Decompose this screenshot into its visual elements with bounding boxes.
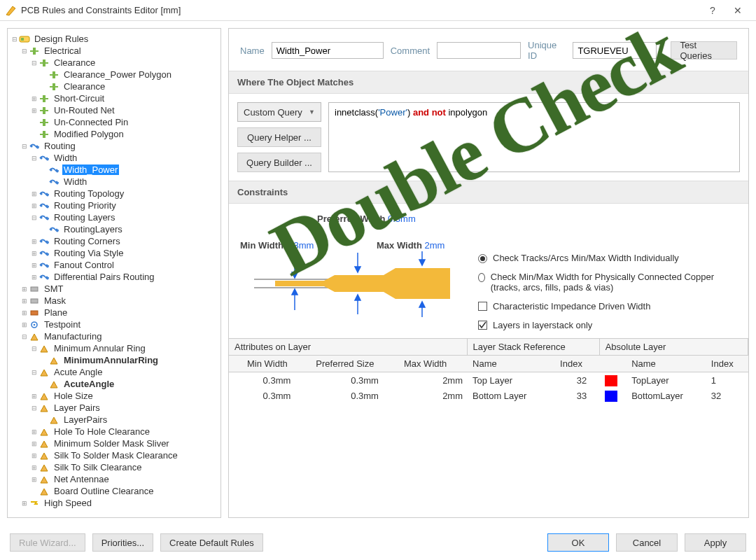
tree-item[interactable]: MinimumAnnularRing bbox=[10, 354, 220, 366]
query-builder-button[interactable]: Query Builder ... bbox=[237, 153, 321, 172]
cancel-button[interactable]: Cancel bbox=[616, 533, 678, 552]
tree-item[interactable]: ⊞Short-Circuit bbox=[10, 92, 220, 104]
tree-item[interactable]: Board Outline Clearance bbox=[10, 485, 220, 497]
help-button[interactable]: ? bbox=[700, 5, 725, 16]
tree-item[interactable]: RoutingLayers bbox=[10, 223, 220, 235]
expand-icon[interactable]: ⊟ bbox=[30, 155, 38, 162]
tree-item[interactable]: ⊟Routing Layers bbox=[10, 211, 220, 223]
tree-item[interactable]: ⊟Routing bbox=[10, 140, 220, 152]
query-input[interactable]: innetclass('Power') and not inpolygon bbox=[328, 102, 740, 172]
expand-icon[interactable]: ⊞ bbox=[30, 202, 38, 209]
expand-icon[interactable]: ⊟ bbox=[30, 345, 38, 352]
expand-icon[interactable]: ⊟ bbox=[20, 143, 29, 150]
expand-icon[interactable]: ⊞ bbox=[30, 95, 38, 102]
rule-wizard-button[interactable]: Rule Wizard... bbox=[10, 533, 85, 552]
expand-icon[interactable]: ⊞ bbox=[20, 298, 29, 304]
tree-item[interactable]: ⊞Routing Priority bbox=[10, 200, 220, 211]
check-individually-radio[interactable]: Check Tracks/Arcs Min/Max Width Individu… bbox=[478, 253, 737, 263]
rules-tree[interactable]: ⊟Design Rules⊟Electrical⊟ClearanceCleara… bbox=[7, 28, 221, 518]
expand-icon[interactable]: ⊞ bbox=[30, 464, 38, 471]
create-default-rules-button[interactable]: Create Default Rules bbox=[160, 533, 263, 552]
layer-table[interactable]: Attributes on Layer Layer Stack Referenc… bbox=[229, 338, 748, 404]
svg-rect-12 bbox=[40, 98, 48, 99]
scope-dropdown[interactable]: Custom Query ▼ bbox=[237, 102, 321, 122]
tree-item[interactable]: ⊟Clearance bbox=[10, 57, 220, 69]
expand-icon[interactable]: ⊞ bbox=[30, 250, 38, 257]
expand-icon[interactable]: ⊞ bbox=[30, 274, 38, 281]
check-connected-copper-radio[interactable]: Check Min/Max Width for Physically Conne… bbox=[478, 272, 737, 293]
tree-item[interactable]: Width bbox=[10, 176, 220, 188]
expand-icon[interactable]: ⊞ bbox=[30, 440, 38, 447]
tree-item[interactable]: ⊟Width bbox=[10, 152, 220, 164]
tree-item[interactable]: ⊞Differential Pairs Routing bbox=[10, 271, 220, 283]
tree-item[interactable]: Modified Polygon bbox=[10, 128, 220, 140]
rule-icon bbox=[38, 486, 50, 496]
expand-icon[interactable]: ⊞ bbox=[20, 309, 29, 316]
expand-icon[interactable]: ⊞ bbox=[30, 107, 38, 114]
tree-item[interactable]: ⊞Net Antennae bbox=[10, 473, 220, 485]
expand-icon[interactable]: ⊟ bbox=[20, 333, 29, 340]
tree-item[interactable]: ⊞Hole Size bbox=[10, 390, 220, 402]
tree-item[interactable]: ⊟Acute Angle bbox=[10, 366, 220, 378]
tree-item[interactable]: ⊞Hole To Hole Clearance bbox=[10, 426, 220, 438]
tree-item[interactable]: LayerPairs bbox=[10, 414, 220, 426]
expand-icon[interactable]: ⊟ bbox=[30, 369, 38, 376]
table-row[interactable]: 0.3mm0.3mm2mmTop Layer32TopLayer1 bbox=[229, 372, 748, 388]
rule-icon bbox=[38, 272, 50, 282]
tree-item[interactable]: ⊟Electrical bbox=[10, 45, 220, 57]
tree-item[interactable]: ⊟Design Rules bbox=[10, 33, 220, 45]
expand-icon[interactable]: ⊞ bbox=[20, 321, 29, 328]
expand-icon[interactable]: ⊟ bbox=[30, 59, 38, 66]
svg-point-42 bbox=[46, 276, 48, 278]
expand-icon[interactable]: ⊟ bbox=[10, 36, 19, 43]
expand-icon[interactable]: ⊞ bbox=[30, 262, 38, 269]
tree-item[interactable]: Clearance bbox=[10, 80, 220, 92]
expand-icon[interactable]: ⊞ bbox=[30, 428, 38, 435]
tree-item[interactable]: ⊞Routing Topology bbox=[10, 188, 220, 200]
expand-icon[interactable]: ⊟ bbox=[30, 214, 38, 221]
name-input[interactable] bbox=[272, 42, 384, 59]
svg-point-27 bbox=[40, 192, 42, 195]
tree-item[interactable]: ⊞Mask bbox=[10, 295, 220, 307]
expand-icon[interactable]: ⊞ bbox=[30, 393, 38, 400]
apply-button[interactable]: Apply bbox=[685, 533, 746, 552]
query-helper-button[interactable]: Query Helper ... bbox=[237, 127, 321, 147]
table-row[interactable]: 0.3mm0.3mm2mmBottom Layer33BottomLayer32 bbox=[229, 388, 748, 405]
tree-item[interactable]: ⊟Manufacturing bbox=[10, 330, 220, 342]
tree-item[interactable]: Un-Connected Pin bbox=[10, 116, 220, 128]
expand-icon[interactable]: ⊞ bbox=[30, 190, 38, 197]
comment-input[interactable] bbox=[437, 42, 521, 59]
expand-icon[interactable]: ⊟ bbox=[20, 48, 29, 55]
tree-item[interactable]: ⊞Routing Via Style bbox=[10, 247, 220, 259]
close-button[interactable]: ✕ bbox=[725, 5, 750, 16]
expand-icon[interactable]: ⊟ bbox=[30, 405, 38, 412]
ok-button[interactable]: OK bbox=[547, 533, 609, 552]
expand-icon[interactable]: ⊞ bbox=[30, 238, 38, 245]
tree-item[interactable]: ⊞Routing Corners bbox=[10, 235, 220, 247]
expand-icon[interactable]: ⊞ bbox=[30, 452, 38, 459]
tree-item[interactable]: AcuteAngle bbox=[10, 378, 220, 390]
impedance-driven-checkbox[interactable]: Characteristic Impedance Driven Width bbox=[478, 301, 737, 312]
tree-item[interactable]: Clearance_Power Polygon bbox=[10, 69, 220, 80]
tree-item[interactable]: ⊞Silk To Solder Mask Clearance bbox=[10, 449, 220, 461]
tree-item[interactable]: ⊞Fanout Control bbox=[10, 259, 220, 271]
tree-item[interactable]: ⊟Minimum Annular Ring bbox=[10, 342, 220, 354]
tree-item[interactable]: ⊞Testpoint bbox=[10, 318, 220, 330]
tree-label: Routing Layers bbox=[52, 212, 116, 223]
priorities-button[interactable]: Priorities... bbox=[92, 533, 153, 552]
expand-icon[interactable]: ⊞ bbox=[20, 500, 29, 507]
tree-item[interactable]: ⊞Plane bbox=[10, 307, 220, 318]
uid-input[interactable] bbox=[573, 42, 657, 59]
svg-point-32 bbox=[46, 216, 48, 218]
test-queries-button[interactable]: Test Queries bbox=[671, 41, 737, 59]
tree-item[interactable]: ⊞High Speed bbox=[10, 497, 220, 509]
tree-item[interactable]: ⊞Un-Routed Net bbox=[10, 104, 220, 116]
expand-icon[interactable]: ⊞ bbox=[30, 476, 38, 483]
tree-item[interactable]: ⊞Minimum Solder Mask Sliver bbox=[10, 438, 220, 449]
tree-item[interactable]: ⊞SMT bbox=[10, 283, 220, 295]
tree-item[interactable]: ⊟Layer Pairs bbox=[10, 402, 220, 414]
tree-item[interactable]: Width_Power bbox=[10, 164, 220, 176]
expand-icon[interactable]: ⊞ bbox=[20, 286, 29, 293]
layerstack-only-checkbox[interactable]: Layers in layerstack only bbox=[478, 320, 737, 330]
tree-item[interactable]: ⊞Silk To Silk Clearance bbox=[10, 461, 220, 473]
